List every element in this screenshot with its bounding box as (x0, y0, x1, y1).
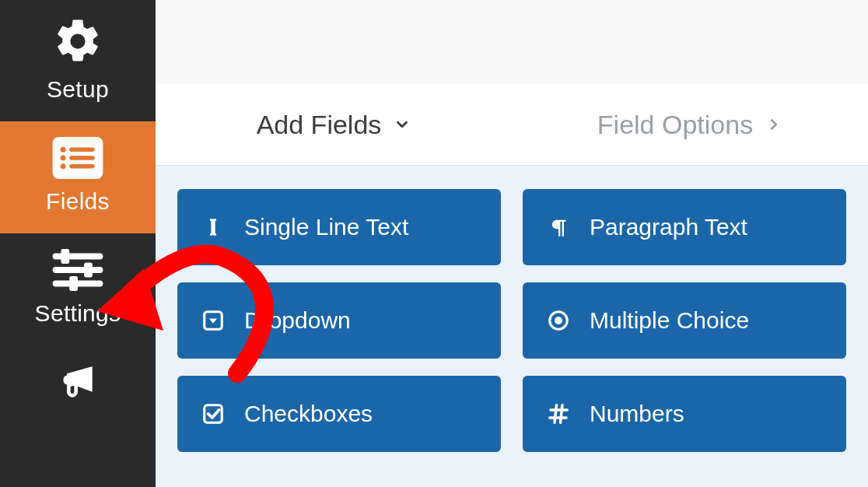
svg-rect-11 (84, 263, 93, 278)
svg-rect-10 (61, 249, 69, 264)
checkbox-icon (199, 402, 227, 426)
paragraph-icon (544, 215, 572, 239)
sidebar-label-setup: Setup (47, 76, 109, 103)
svg-rect-2 (69, 148, 94, 152)
sidebar-item-settings[interactable]: Settings (0, 233, 156, 345)
topbar (156, 0, 868, 84)
panel-tabs: Add Fields Field Options (156, 84, 868, 166)
sliders-icon (52, 249, 103, 291)
field-single-line-text[interactable]: Single Line Text (177, 189, 501, 265)
list-icon (52, 137, 103, 179)
fields-panel: Add Fields Field Options Single Line Tex… (156, 84, 868, 487)
field-dropdown[interactable]: Dropdown (177, 282, 501, 359)
svg-point-5 (61, 163, 66, 169)
bullhorn-icon (52, 361, 103, 405)
sidebar-label-fields: Fields (46, 188, 110, 215)
svg-rect-4 (69, 156, 94, 159)
field-label: Numbers (590, 401, 684, 427)
field-paragraph-text[interactable]: Paragraph Text (523, 189, 846, 265)
field-label: Multiple Choice (590, 307, 749, 334)
field-label: Dropdown (244, 307, 351, 334)
field-checkboxes[interactable]: Checkboxes (177, 376, 501, 452)
field-numbers[interactable]: Numbers (523, 376, 846, 452)
radio-icon (544, 309, 572, 332)
field-label: Checkboxes (244, 401, 373, 427)
sidebar-item-marketing[interactable] (0, 345, 156, 411)
text-cursor-icon (199, 215, 227, 240)
main-panel: Add Fields Field Options Single Line Tex… (156, 0, 868, 487)
tab-add-fields[interactable]: Add Fields (156, 84, 512, 165)
chevron-right-icon (765, 116, 782, 133)
svg-marker-14 (209, 319, 217, 324)
gear-icon (52, 16, 103, 67)
field-multiple-choice[interactable]: Multiple Choice (523, 282, 846, 359)
svg-rect-8 (53, 267, 103, 273)
svg-point-3 (61, 155, 66, 160)
svg-point-16 (555, 317, 562, 324)
chevron-down-icon (394, 116, 411, 133)
sidebar-item-fields[interactable]: Fields (0, 121, 156, 233)
tab-label-field-options: Field Options (597, 110, 753, 140)
svg-point-1 (61, 147, 66, 152)
sidebar: Setup Fields Settings (0, 0, 156, 487)
svg-rect-12 (69, 276, 78, 291)
tab-field-options[interactable]: Field Options (512, 84, 868, 165)
hash-icon (544, 402, 572, 426)
sidebar-label-settings: Settings (35, 300, 121, 327)
svg-rect-7 (53, 253, 103, 259)
svg-rect-6 (69, 164, 94, 168)
field-label: Paragraph Text (590, 214, 747, 240)
dropdown-icon (199, 309, 227, 332)
field-label: Single Line Text (244, 214, 408, 240)
fields-grid: Single Line Text Paragraph Text Dropdown… (156, 166, 868, 452)
sidebar-item-setup[interactable]: Setup (0, 0, 156, 121)
tab-label-add-fields: Add Fields (257, 110, 382, 140)
